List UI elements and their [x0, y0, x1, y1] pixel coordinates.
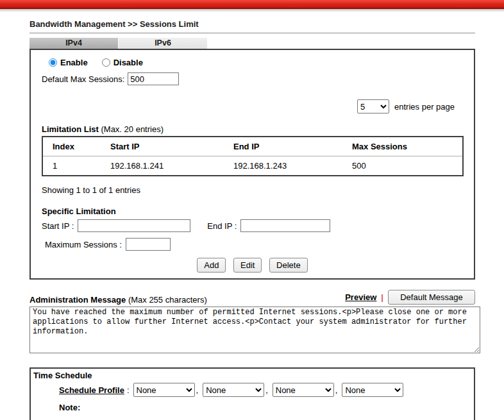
enable-disable-row: Enable Disable [49, 58, 474, 67]
breadcrumb-heading: Bandwidth Management >> Sessions Limit [29, 19, 475, 29]
cell-max-sessions: 500 [352, 156, 463, 176]
schedule-comma-1: , [196, 385, 199, 395]
default-max-sessions-input[interactable] [128, 72, 179, 85]
tab-ipv4[interactable]: IPv4 [29, 38, 118, 49]
time-schedule-title: Time Schedule [31, 371, 474, 380]
showing-entries-text: Showing 1 to 1 of 1 entries [42, 185, 474, 195]
schedule-profile-colon: : [127, 385, 130, 395]
schedule-profile-select-2[interactable]: None [203, 383, 264, 397]
cell-start-ip: 192.168.1.241 [110, 156, 233, 176]
admin-message-controls: Preview | Default Message [345, 290, 475, 305]
default-max-sessions-row: Default Max Sessions: [42, 72, 474, 85]
entries-per-page-select[interactable]: 5 [357, 99, 389, 113]
page-content: Bandwidth Management >> Sessions Limit I… [29, 19, 475, 420]
disable-label[interactable]: Disable [113, 58, 143, 67]
start-ip-input[interactable] [78, 219, 190, 232]
schedule-comma-2: , [265, 385, 268, 395]
specific-limitation-title: Specific Limitation [42, 206, 474, 216]
table-header-row: Index Start IP End IP Max Sessions [42, 137, 463, 156]
admin-message-subtitle: (Max 255 characters) [128, 295, 207, 305]
limitation-list-title: Limitation List [42, 124, 99, 134]
schedule-profile-select-3[interactable]: None [273, 383, 334, 397]
col-header-end-ip: End IP [233, 137, 352, 156]
cell-index: 1 [42, 156, 110, 176]
disable-radio[interactable] [102, 58, 110, 67]
edit-button[interactable]: Edit [233, 258, 262, 273]
admin-message-header: Administration Message (Max 255 characte… [29, 290, 475, 305]
ipv4-settings-panel: Enable Disable Default Max Sessions: 5 e… [29, 49, 475, 280]
ip-range-row: Start IP : End IP : [42, 219, 474, 232]
heading-divider [29, 33, 475, 33]
schedule-profile-row: Schedule Profile : None , None , None , … [59, 383, 474, 397]
schedule-profile-label[interactable]: Schedule Profile [59, 385, 124, 395]
cell-end-ip: 192.168.1.243 [233, 156, 352, 176]
col-header-start-ip: Start IP [110, 137, 233, 156]
default-max-sessions-label: Default Max Sessions: [42, 74, 124, 84]
maximum-sessions-row: Maximum Sessions : [45, 238, 474, 251]
limitation-list-table: Index Start IP End IP Max Sessions 1 192… [42, 136, 464, 176]
table-row[interactable]: 1 192.168.1.241 192.168.1.243 500 [42, 156, 463, 176]
entries-per-page-label: entries per page [394, 102, 455, 112]
add-button[interactable]: Add [197, 258, 226, 273]
tab-ipv6[interactable]: IPv6 [119, 38, 207, 49]
list-action-buttons: Add Edit Delete [31, 258, 474, 273]
note-label: Note: [59, 403, 474, 412]
admin-message-title: Administration Message [29, 295, 126, 305]
default-message-button[interactable]: Default Message [388, 290, 475, 305]
preview-separator: | [381, 292, 383, 302]
entries-per-page-row: 5 entries per page [31, 99, 455, 113]
start-ip-label: Start IP : [42, 221, 74, 231]
limitation-list-heading: Limitation List (Max. 20 entries) [42, 124, 474, 134]
limitation-list-subtitle: (Max. 20 entries) [101, 124, 164, 134]
time-schedule-panel: Time Schedule Schedule Profile : None , … [29, 367, 475, 420]
schedule-profile-select-1[interactable]: None [133, 383, 195, 397]
end-ip-input[interactable] [240, 219, 330, 232]
end-ip-label: End IP : [207, 221, 237, 231]
banner-shadow [0, 9, 504, 12]
col-header-index: Index [42, 137, 110, 156]
delete-button[interactable]: Delete [269, 258, 308, 273]
admin-message-textarea[interactable]: You have reached the maximum number of p… [29, 307, 480, 353]
preview-link[interactable]: Preview [345, 292, 376, 302]
admin-message-heading: Administration Message (Max 255 characte… [29, 295, 207, 305]
top-red-banner [0, 0, 504, 9]
enable-label[interactable]: Enable [60, 58, 88, 67]
tab-bar: IPv4 IPv6 [29, 38, 475, 49]
schedule-profile-select-4[interactable]: None [342, 383, 403, 397]
enable-radio[interactable] [49, 58, 57, 67]
maximum-sessions-input[interactable] [126, 238, 171, 251]
maximum-sessions-label: Maximum Sessions : [45, 240, 122, 249]
col-header-max-sessions: Max Sessions [352, 137, 463, 156]
schedule-comma-3: , [335, 385, 338, 395]
